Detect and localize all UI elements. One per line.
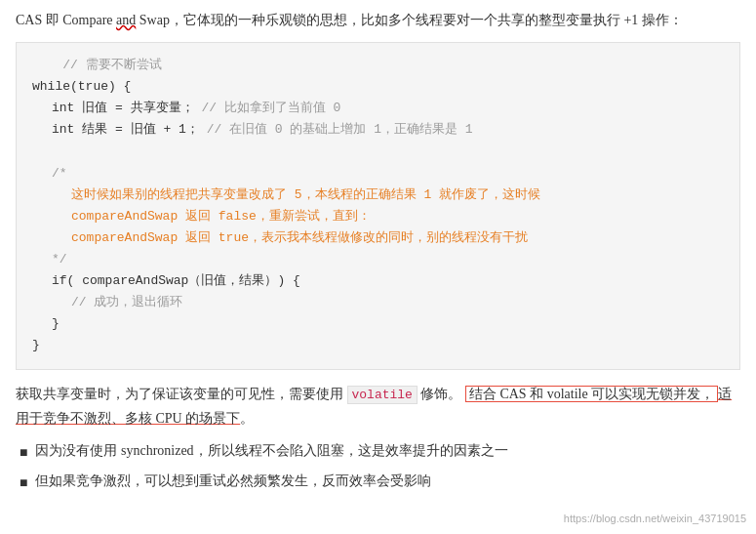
code-line-3: int 旧值 = 共享变量； // 比如拿到了当前值 0 [32,98,724,119]
boxed-result-text: 结合 CAS 和 volatile 可以实现无锁并发， [465,386,718,402]
bottom-text-3: 。 [240,411,254,426]
code-line-9: */ [32,249,724,270]
bullet-dot-2: ■ [20,471,27,495]
code-comment-5: /* [52,166,67,181]
code-line-13: } [32,335,724,356]
code-line-6: 这时候如果别的线程把共享变量改成了 5，本线程的正确结果 1 就作废了，这时候 [32,185,724,206]
bullet-dot-1: ■ [20,440,27,465]
bullet-item-1: ■ 因为没有使用 synchronized，所以线程不会陷入阻塞，这是效率提升的… [20,438,740,465]
code-line-10: if( compareAndSwap（旧值，结果）) { [32,270,724,292]
bottom-text-2: 修饰。 [420,387,461,401]
code-block: // 需要不断尝试 while(true) { int 旧值 = 共享变量； /… [16,42,740,369]
volatile-inline-code: volatile [347,386,418,404]
code-orange-1: 这时候如果别的线程把共享变量改成了 5，本线程的正确结果 1 就作废了，这时候 [71,187,540,202]
code-line-12: } [32,313,724,335]
code-line-4: int 结果 = 旧值 + 1； // 在旧值 0 的基础上增加 1，正确结果是… [32,119,724,141]
watermark: https://blog.csdn.net/weixin_43719015 [564,513,746,524]
intro-paragraph: CAS 即 Compare and Swap，它体现的一种乐观锁的思想，比如多个… [16,8,740,32]
code-close-while: } [32,338,40,352]
boxed-text-content: 结合 CAS 和 volatile 可以实现无锁并发， [469,387,714,401]
and-word: and [116,13,136,27]
bullet-text-1: 因为没有使用 synchronized，所以线程不会陷入阻塞，这是效率提升的因素… [35,438,507,463]
code-line-7: compareAndSwap 返回 false，重新尝试，直到： [32,206,724,227]
code-comment-3: // 比如拿到了当前值 0 [194,101,341,115]
code-line-8: compareAndSwap 返回 true，表示我本线程做修改的同时，别的线程… [32,227,724,249]
code-line-1: // 需要不断尝试 [32,55,724,76]
code-comment-4: // 在旧值 0 的基础上增加 1，正确结果是 1 [199,122,473,137]
code-if: if( compareAndSwap（旧值，结果）) { [52,273,300,288]
code-comment-11: // 成功，退出循环 [71,295,182,309]
code-comment-9: */ [52,252,67,267]
code-comment-1: // 需要不断尝试 [32,58,162,72]
intro-text-before: CAS 即 Compare [16,13,116,27]
bullet-item-2: ■ 但如果竞争激烈，可以想到重试必然频繁发生，反而效率会受影响 [20,469,740,495]
intro-text-after: Swap，它体现的一种乐观锁的思想，比如多个线程要对一个共享的整型变量执行 +1… [136,13,683,27]
code-blank-1 [32,142,724,163]
code-orange-3: compareAndSwap 返回 true，表示我本线程做修改的同时，别的线程… [71,230,528,245]
bottom-paragraph: 获取共享变量时，为了保证该变量的可见性，需要使用 volatile 修饰。 结合… [16,382,740,431]
page-container: CAS 即 Compare and Swap，它体现的一种乐观锁的思想，比如多个… [0,0,756,514]
code-close-if: } [52,316,60,331]
code-line-11: // 成功，退出循环 [32,292,724,313]
code-var2: int 结果 = 旧值 + 1； [52,122,199,137]
bullet-list: ■ 因为没有使用 synchronized，所以线程不会陷入阻塞，这是效率提升的… [16,438,740,495]
code-while: while(true) { [32,79,131,94]
code-line-2: while(true) { [32,76,724,98]
bullet-text-2: 但如果竞争激烈，可以想到重试必然频繁发生，反而效率会受影响 [35,469,431,493]
code-var1: int 旧值 = 共享变量； [52,101,194,115]
code-line-5: /* [32,163,724,185]
bottom-text-1: 获取共享变量时，为了保证该变量的可见性，需要使用 [16,387,343,401]
code-orange-2: compareAndSwap 返回 false，重新尝试，直到： [71,209,371,224]
